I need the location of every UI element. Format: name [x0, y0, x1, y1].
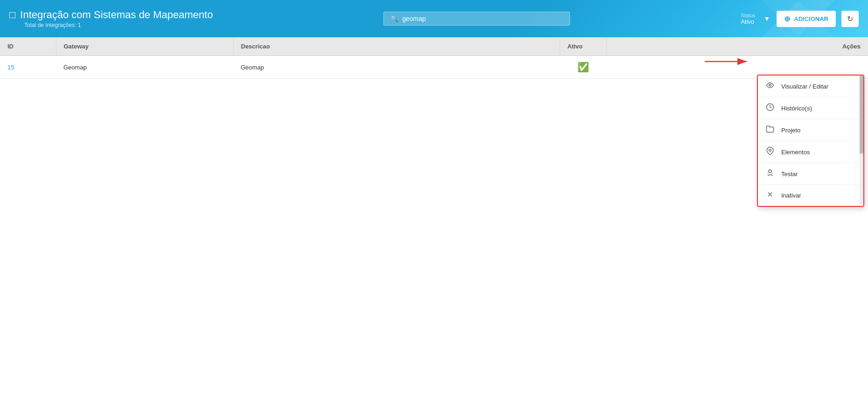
close-icon — [765, 191, 775, 200]
app-icon: □ — [9, 9, 15, 21]
dropdown-item-testar[interactable]: Testar — [758, 163, 863, 185]
dropdown-scrollbar-thumb — [860, 75, 863, 154]
status-value: Ativo — [741, 18, 754, 25]
svg-point-4 — [769, 149, 771, 151]
dropdown-item-elementos[interactable]: Elementos — [758, 141, 863, 163]
header-right: Status Ativo ▼ ⊕ ADICIONAR ↻ — [741, 11, 859, 27]
testar-icon — [765, 169, 775, 179]
inativar-label: Inativar — [781, 192, 801, 199]
svg-line-7 — [772, 173, 773, 174]
cell-gateway: Geomap — [56, 56, 233, 79]
table-row: 15 Geomap Geomap ✅ — [0, 56, 868, 79]
testar-label: Testar — [781, 171, 798, 178]
status-section: Status Ativo — [741, 13, 755, 25]
history-label: Histórico(s) — [781, 105, 812, 112]
col-header-descricao: Descricao — [233, 37, 560, 56]
col-header-id: ID — [0, 37, 56, 56]
table-container: ID Gateway Descricao Ativo Ações — [0, 37, 868, 79]
pin-icon — [765, 147, 775, 157]
cell-acoes: Visualizar / Editar Histórico(s) — [606, 56, 868, 79]
col-header-ativo: Ativo — [560, 37, 606, 56]
header-title: □ Integração com Sistemas de Mapeamento — [9, 9, 213, 21]
dropdown-scrollbar[interactable] — [860, 75, 863, 206]
table-body: 15 Geomap Geomap ✅ — [0, 56, 868, 79]
svg-point-5 — [769, 170, 771, 172]
page-title: Integração com Sistemas de Mapeamento — [20, 9, 213, 21]
search-icon: 🔍 — [390, 15, 398, 22]
header-center: 🔍 — [213, 12, 741, 26]
header-left: □ Integração com Sistemas de Mapeamento … — [9, 9, 213, 28]
header-subtitle: Total de Integrações: 1 — [9, 22, 213, 28]
col-header-acoes: Ações — [606, 37, 868, 56]
content-area: ID Gateway Descricao Ativo Ações — [0, 37, 868, 411]
dropdown-item-view-edit[interactable]: Visualizar / Editar — [758, 75, 863, 97]
history-icon — [765, 103, 775, 113]
add-button[interactable]: ⊕ ADICIONAR — [777, 11, 836, 27]
view-edit-label: Visualizar / Editar — [781, 83, 828, 90]
table-header: ID Gateway Descricao Ativo Ações — [0, 37, 868, 56]
cell-descricao: Geomap — [233, 56, 560, 79]
col-header-gateway: Gateway — [56, 37, 233, 56]
view-edit-icon — [765, 81, 775, 91]
cell-id: 15 — [0, 56, 56, 79]
status-label: Status — [741, 13, 755, 18]
plus-icon: ⊕ — [784, 14, 790, 23]
refresh-button[interactable]: ↻ — [841, 11, 859, 27]
dropdown-item-projeto[interactable]: Projeto — [758, 119, 863, 141]
elementos-label: Elementos — [781, 149, 810, 156]
dropdown-item-inativar[interactable]: Inativar — [758, 185, 863, 206]
svg-point-2 — [769, 84, 771, 87]
search-bar[interactable]: 🔍 — [383, 12, 570, 26]
projeto-label: Projeto — [781, 127, 800, 134]
dropdown-item-history[interactable]: Histórico(s) — [758, 97, 863, 119]
status-dropdown-button[interactable]: ▼ — [763, 14, 771, 23]
id-link[interactable]: 15 — [7, 64, 14, 71]
search-input[interactable] — [402, 15, 563, 22]
cell-ativo: ✅ — [560, 56, 606, 79]
actions-dropdown: Visualizar / Editar Histórico(s) — [757, 75, 864, 207]
active-check-icon: ✅ — [577, 62, 589, 72]
folder-icon — [765, 125, 775, 135]
integrations-table: ID Gateway Descricao Ativo Ações — [0, 37, 868, 79]
header: □ Integração com Sistemas de Mapeamento … — [0, 0, 868, 37]
svg-line-6 — [768, 173, 769, 174]
